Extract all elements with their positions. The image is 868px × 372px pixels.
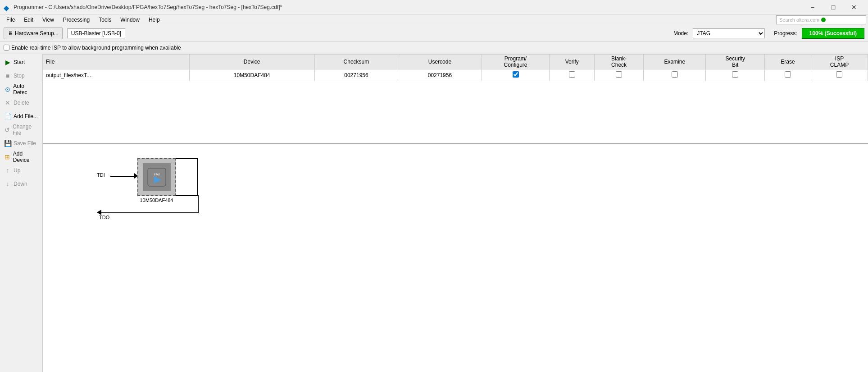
table-cell-7 (644, 69, 706, 81)
search-placeholder: Search altera.com (779, 17, 819, 23)
menu-edit[interactable]: Edit (19, 15, 38, 25)
stop-icon: ■ (4, 72, 12, 79)
table-cell-5 (550, 69, 595, 81)
computer-icon: 🖥 (8, 30, 13, 37)
menu-file[interactable]: File (2, 15, 19, 25)
table-cell-0: output_files/hexT... (43, 69, 190, 81)
col-security-bit: SecurityBit (706, 55, 765, 69)
change-file-button[interactable]: ↺ Change File (1, 124, 41, 136)
isp-checkbox-label[interactable]: Enable real-time ISP to allow background… (4, 45, 181, 51)
progress-bar: 100% (Successful) (802, 28, 864, 39)
tdo-vertical-line (198, 195, 199, 213)
mode-label: Mode: (673, 30, 688, 37)
start-icon: ▶ (4, 59, 12, 66)
col-usercode: Usercode (398, 55, 482, 69)
minimize-button[interactable]: − (802, 0, 823, 14)
save-file-button[interactable]: 💾 Save File (1, 137, 41, 150)
mode-select[interactable]: JTAG Active Serial Programming Passive S… (693, 28, 765, 38)
table-cell-6 (595, 69, 644, 81)
table-cell-9 (765, 69, 811, 81)
auto-detect-icon: ⊙ (4, 86, 11, 93)
window-controls: − □ ✕ (802, 0, 864, 14)
maximize-button[interactable]: □ (823, 0, 844, 14)
isp-bar: Enable real-time ISP to allow background… (0, 41, 868, 54)
delete-button[interactable]: ✕ Delete (1, 96, 41, 109)
checkbox-4[interactable] (513, 71, 519, 78)
down-icon: ↓ (4, 180, 12, 188)
up-button[interactable]: ↑ Up (1, 164, 41, 177)
change-file-icon: ↺ (4, 126, 11, 133)
col-device: Device (189, 55, 314, 69)
col-checksum: Checksum (314, 55, 398, 69)
col-program-configure: Program/Configure (482, 55, 550, 69)
up-icon: ↑ (4, 167, 12, 174)
isp-checkbox[interactable] (4, 45, 9, 51)
menubar: File Edit View Processing Tools Window H… (0, 14, 868, 25)
hardware-setup-bar: 🖥 Hardware Setup... USB-Blaster [USB-0] … (0, 25, 868, 41)
hardware-setup-button[interactable]: 🖥 Hardware Setup... (4, 28, 63, 39)
right-bracket (176, 158, 198, 196)
programmer-table: File Device Checksum Usercode Program/Co… (43, 54, 868, 81)
tdo-label: TDO (99, 215, 109, 220)
col-file: File (43, 55, 190, 69)
auto-detect-button[interactable]: ⊙ Auto Detec (1, 83, 41, 96)
menu-window[interactable]: Window (116, 15, 144, 25)
intel-logo: intel (147, 167, 167, 187)
tdo-horizontal-line (101, 212, 199, 213)
menu-help[interactable]: Help (144, 15, 164, 25)
chip-inner: intel (143, 163, 171, 191)
menu-processing[interactable]: Processing (59, 15, 94, 25)
checkbox-9[interactable] (785, 71, 791, 78)
stop-button[interactable]: ■ Stop (1, 69, 41, 82)
add-device-icon: ⊞ (4, 153, 11, 161)
connection-indicator (821, 18, 826, 22)
col-verify: Verify (550, 55, 595, 69)
down-button[interactable]: ↓ Down (1, 178, 41, 190)
diagram-canvas: TDI intel (88, 153, 223, 225)
progress-label: Progress: (774, 30, 797, 37)
table-cell-2: 00271956 (314, 69, 398, 81)
svg-rect-0 (148, 168, 166, 186)
checkbox-10[interactable] (836, 71, 842, 78)
chip-label: 10M50DAF484 (137, 197, 176, 203)
col-blank-check: Blank-Check (595, 55, 644, 69)
add-file-button[interactable]: 📄 Add File... (1, 110, 41, 123)
search-bar[interactable]: Search altera.com (776, 15, 866, 24)
table-cell-4 (482, 69, 550, 81)
programmer-table-area: File Device Checksum Usercode Program/Co… (43, 54, 868, 144)
tdi-line (110, 176, 135, 177)
chip-box: intel (137, 158, 176, 196)
title-text: Programmer - C:/Users/shado/OneDrive/Des… (14, 4, 802, 10)
add-file-icon: 📄 (4, 113, 12, 120)
tdi-label: TDI (97, 172, 105, 178)
blaster-label: USB-Blaster [USB-0] (67, 28, 125, 38)
table-cell-3: 00271956 (398, 69, 482, 81)
col-erase: Erase (765, 55, 811, 69)
col-examine: Examine (644, 55, 706, 69)
close-button[interactable]: ✕ (844, 0, 864, 14)
checkbox-5[interactable] (569, 71, 575, 78)
start-button[interactable]: ▶ Start (1, 56, 41, 69)
table-cell-8 (706, 69, 765, 81)
content-area: File Device Checksum Usercode Program/Co… (43, 54, 868, 372)
table-cell-1: 10M50DAF484 (189, 69, 314, 81)
main-content: ▶ Start ■ Stop ⊙ Auto Detec ✕ Delete 📄 A… (0, 54, 868, 372)
checkbox-6[interactable] (616, 71, 622, 78)
svg-text:intel: intel (154, 173, 160, 176)
titlebar: ◆ Programmer - C:/Users/shado/OneDrive/D… (0, 0, 868, 14)
delete-icon: ✕ (4, 99, 12, 106)
checkbox-7[interactable] (672, 71, 678, 78)
table-row: output_files/hexT...10M50DAF484002719560… (43, 69, 868, 81)
menu-tools[interactable]: Tools (94, 15, 116, 25)
col-isp-clamp: ISPCLAMP (811, 55, 868, 69)
table-cell-10 (811, 69, 868, 81)
device-diagram-area: TDI intel (43, 144, 868, 372)
menu-view[interactable]: View (38, 15, 59, 25)
add-device-button[interactable]: ⊞ Add Device (1, 151, 41, 163)
checkbox-8[interactable] (732, 71, 738, 78)
save-file-icon: 💾 (4, 140, 12, 147)
sidebar: ▶ Start ■ Stop ⊙ Auto Detec ✕ Delete 📄 A… (0, 54, 43, 372)
app-icon: ◆ (4, 4, 11, 11)
table-body: output_files/hexT...10M50DAF484002719560… (43, 69, 868, 81)
